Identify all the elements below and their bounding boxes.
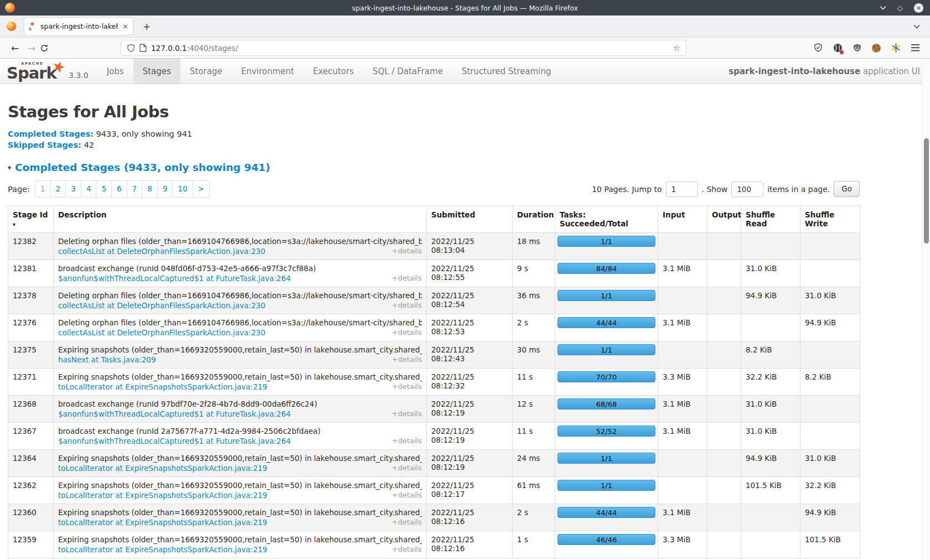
details-toggle[interactable]: +details [392,491,422,499]
column-header-submitted[interactable]: Submitted [427,206,513,233]
extension-shield-check-icon[interactable] [813,43,823,53]
nav-tab-jobs[interactable]: Jobs [97,59,133,84]
details-toggle[interactable]: +details [392,301,422,309]
new-tab-button[interactable]: + [143,21,151,32]
close-window-icon[interactable]: × [914,3,923,13]
nav-tab-sql-dataframe[interactable]: SQL / DataFrame [363,59,452,84]
submitted-time: 2022/11/25 08:12:16 [427,504,513,531]
stage-detail-link[interactable]: collectAsList at DeleteOrphanFilesSparkA… [58,328,265,337]
page-button-8[interactable]: 8 [142,180,158,198]
page-button-4[interactable]: 4 [81,180,97,198]
page-button-3[interactable]: 3 [65,180,81,198]
page-button-7[interactable]: 7 [127,180,143,198]
application-ui-label: spark-ingest-into-lakehouseapplication U… [728,59,920,84]
page-button-1[interactable]: 1 [35,180,51,198]
input-size: 3.3 MiB [658,531,707,558]
back-button[interactable]: ← [7,43,23,54]
nav-tab-stages[interactable]: Stages [133,59,180,84]
output-size [707,423,741,450]
duration: 11 s [513,369,555,396]
details-toggle[interactable]: +details [392,409,422,418]
tasks-progress-bar: 46/46 [557,534,655,545]
nav-tab-storage[interactable]: Storage [180,59,232,84]
input-size [658,477,707,504]
stage-detail-link[interactable]: $anonfun$withThreadLocalCaptured$1 at Fu… [58,437,291,445]
tab-close-icon[interactable]: × [121,22,128,30]
column-header-output[interactable]: Output [707,206,741,233]
details-toggle[interactable]: +details [392,328,422,336]
details-toggle[interactable]: +details [392,464,422,472]
extension-cookie-icon[interactable] [871,43,881,53]
output-size [707,450,741,477]
details-toggle[interactable]: +details [392,545,422,553]
output-size [707,531,741,558]
details-toggle[interactable]: +details [392,382,422,391]
column-header-shuffle-write[interactable]: Shuffle Write [800,206,860,233]
page-scrollbar[interactable] [922,59,930,560]
window-menu-chevron-icon[interactable] [880,6,886,10]
menu-hamburger-icon[interactable] [910,43,920,53]
stage-detail-link[interactable]: $anonfun$withThreadLocalCaptured$1 at Fu… [58,274,291,283]
column-header-stage-id[interactable]: Stage Id ▾ [8,206,54,233]
stage-description-cell: Deleting orphan files (older_than=166910… [54,233,427,260]
nav-tab-structured-streaming[interactable]: Structured Streaming [452,59,561,84]
tasks-cell: 84/84 [555,260,658,287]
nav-tab-environment[interactable]: Environment [231,59,303,84]
stage-detail-link[interactable]: $anonfun$withThreadLocalCaptured$1 at Fu… [58,409,291,418]
url-text[interactable]: 127.0.0.1:4040/stages/ [151,44,669,53]
details-toggle[interactable]: +details [392,518,422,526]
column-header-duration[interactable]: Duration [513,206,555,233]
duration: 18 ms [513,233,555,260]
input-size [658,341,707,369]
output-size [707,396,741,423]
stage-detail-link[interactable]: collectAsList at DeleteOrphanFilesSparkA… [58,301,265,310]
page-button-6[interactable]: 6 [111,180,127,198]
page-button-5[interactable]: 5 [96,180,112,198]
column-header-tasks-succeeded-total[interactable]: Tasks: Succeeded/Total [555,206,658,233]
page-button-10[interactable]: 10 [172,180,193,198]
extension-privacy-badger-icon[interactable] [833,43,843,53]
page-next-button[interactable]: > [193,180,210,198]
spark-logo[interactable]: APACHE Spark ★ [7,59,66,84]
shuffle-read-size [741,233,800,260]
tasks-progress-bar: 84/84 [557,263,655,274]
extension-ublock-icon[interactable] [852,43,862,53]
stage-detail-link[interactable]: toLocalIterator at ExpireSnapshotsSparkA… [58,464,267,473]
url-bar[interactable]: 127.0.0.1:4040/stages/ ☆ [121,40,686,56]
column-header-shuffle-read[interactable]: Shuffle Read [741,206,800,233]
duration: 24 ms [513,450,555,477]
scrollbar-thumb[interactable] [924,138,929,243]
stage-detail-link[interactable]: collectAsList at DeleteOrphanFilesSparkA… [58,247,265,256]
page-button-2[interactable]: 2 [50,180,66,198]
details-toggle[interactable]: +details [392,274,422,282]
stage-detail-link[interactable]: hasNext at Tasks.java:209 [58,355,156,364]
stage-detail-link[interactable]: toLocalIterator at ExpireSnapshotsSparkA… [58,545,267,554]
maximize-icon[interactable]: ◇ [897,4,903,12]
firefox-mini-icon [7,22,16,31]
collapse-arrow-icon[interactable]: ▾ [8,164,11,172]
page-info-icon[interactable] [140,44,147,52]
tasks-progress-bar: 1/1 [557,480,655,491]
stage-detail-link[interactable]: toLocalIterator at ExpireSnapshotsSparkA… [58,382,267,391]
items-per-page-input[interactable] [731,182,763,197]
nav-tab-executors[interactable]: Executors [303,59,363,84]
duration: 11 s [513,423,555,450]
completed-stages-section-header[interactable]: ▾Completed Stages (9433, only showing 94… [8,162,922,173]
page-button-9[interactable]: 9 [157,180,173,198]
extension-colorful-asterisk-icon[interactable] [891,43,901,53]
jump-to-input[interactable] [666,182,698,197]
input-size: 3.1 MiB [658,504,707,531]
list-tabs-chevron-icon[interactable] [913,24,920,29]
go-button[interactable]: Go [834,181,860,197]
bookmark-star-icon[interactable]: ☆ [673,43,680,53]
browser-tab[interactable]: ★s spark-ingest-into-lakehous × [24,18,133,35]
stage-detail-link[interactable]: toLocalIterator at ExpireSnapshotsSparkA… [58,491,267,500]
stage-detail-link[interactable]: toLocalIterator at ExpireSnapshotsSparkA… [58,518,267,527]
reload-button[interactable] [40,44,56,53]
details-toggle[interactable]: +details [392,437,422,445]
shield-permissions-icon[interactable] [127,44,135,53]
column-header-input[interactable]: Input [658,206,707,233]
details-toggle[interactable]: +details [392,247,422,255]
column-header-description[interactable]: Description [54,206,427,233]
details-toggle[interactable]: +details [392,355,422,364]
